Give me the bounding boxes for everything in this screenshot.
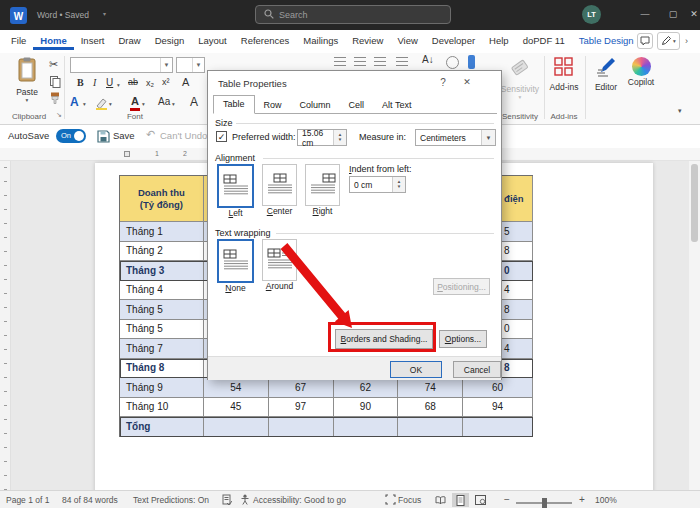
sort-icon[interactable]: A↓ (422, 55, 434, 65)
font-color-button[interactable]: A (131, 95, 139, 107)
paste-button[interactable]: Paste ▾ (8, 57, 46, 103)
save-icon[interactable] (97, 129, 110, 147)
proofing-icon[interactable] (222, 494, 232, 507)
spinner-arrows-icon[interactable]: ▲▼ (333, 130, 346, 145)
editor-button[interactable]: Editor (590, 56, 622, 92)
chevron-down-icon[interactable]: ▾ (83, 101, 86, 107)
undo-button[interactable]: Can't Undo (160, 130, 207, 141)
title-dropdown-icon[interactable]: ▾ (103, 10, 106, 17)
table-cell[interactable]: Tháng 5 (120, 300, 204, 320)
tab-review[interactable]: Review (345, 30, 390, 50)
underline-button[interactable]: U (106, 77, 113, 88)
zoom-in-button[interactable]: + (579, 494, 585, 505)
table-cell[interactable]: 94 (463, 398, 533, 418)
table-cell[interactable]: Tháng 4 (120, 281, 204, 301)
web-layout-button[interactable] (472, 493, 489, 507)
bold-button[interactable]: B (77, 77, 84, 88)
multilevel-list-icon[interactable] (374, 55, 386, 69)
maximize-button[interactable]: ▢ (666, 9, 680, 19)
tab-layout[interactable]: Layout (191, 30, 234, 50)
alignment-left-button[interactable] (217, 164, 254, 208)
wrapping-around-button[interactable] (262, 239, 297, 281)
dialog-tab-row[interactable]: Row (255, 97, 291, 114)
sensitivity-button[interactable]: Sensitivity ▾ (500, 56, 540, 100)
tab-view[interactable]: View (390, 30, 424, 50)
table-cell[interactable] (204, 417, 269, 437)
table-cell[interactable]: 74 (398, 378, 463, 398)
preferred-width-spinner[interactable]: 15.06 cm ▲▼ (297, 129, 347, 146)
tab-draw[interactable]: Draw (111, 30, 147, 50)
chevron-down-icon[interactable]: ▾ (109, 101, 112, 107)
table-cell[interactable]: Tháng 7 (120, 339, 204, 359)
text-predictions[interactable]: Text Predictions: On (133, 495, 209, 505)
dialog-tab-alt-text[interactable]: Alt Text (373, 97, 420, 114)
help-icon[interactable]: ? (436, 77, 450, 88)
word-count[interactable]: 84 of 84 words (62, 495, 118, 505)
close-button[interactable]: ✕ (687, 9, 700, 19)
table-cell[interactable]: Tháng 10 (120, 398, 204, 418)
table-cell[interactable]: Tháng 3 (120, 261, 204, 281)
table-cell[interactable]: 45 (204, 398, 269, 418)
chevron-down-icon[interactable]: ▾ (172, 101, 175, 107)
accessibility-status[interactable]: Accessibility: Good to go (253, 495, 346, 505)
zoom-out-button[interactable]: − (504, 494, 510, 505)
chevron-down-icon[interactable]: ▾ (117, 82, 120, 88)
table-cell[interactable]: 68 (398, 398, 463, 418)
dialog-tab-table[interactable]: Table (213, 95, 255, 114)
print-layout-button[interactable] (452, 493, 469, 507)
search-input[interactable]: Search (255, 5, 451, 24)
table-cell[interactable]: 54 (204, 378, 269, 398)
shading-icon[interactable] (468, 55, 475, 69)
spinner-arrows-icon[interactable]: ▲▼ (392, 177, 405, 192)
add-ins-button[interactable]: Add-ins (548, 56, 580, 92)
copilot-button[interactable]: Copilot (623, 56, 659, 87)
text-effects-button[interactable]: A (70, 95, 79, 109)
ok-button[interactable]: OK (390, 361, 442, 378)
alignment-right-button[interactable] (305, 164, 340, 206)
strikethrough-button[interactable]: ab (128, 77, 138, 87)
change-case-button[interactable]: Aa (158, 96, 170, 107)
indent-icon[interactable] (396, 55, 408, 69)
table-cell[interactable]: 67 (269, 378, 334, 398)
indent-spinner[interactable]: 0 cm ▲▼ (349, 176, 406, 193)
minimize-button[interactable]: — (638, 9, 652, 19)
table-cell[interactable]: 62 (334, 378, 399, 398)
options-button[interactable]: Options... (439, 330, 487, 348)
subscript-button[interactable]: x₂ (146, 78, 154, 88)
superscript-button[interactable]: x² (162, 77, 170, 87)
font-name-combo[interactable]: ▼ (70, 57, 173, 73)
format-painter-icon[interactable] (50, 90, 61, 108)
preferred-width-checkbox[interactable]: ✓ (216, 131, 227, 142)
scrollbar-thumb[interactable] (691, 164, 698, 242)
zoom-level[interactable]: 100% (595, 495, 617, 505)
clipboard-dialog-launcher-icon[interactable]: ↘ (56, 111, 62, 119)
tab-mailings[interactable]: Mailings (296, 30, 345, 50)
tab-help[interactable]: Help (482, 30, 516, 50)
wrapping-none-button[interactable] (217, 239, 254, 283)
focus-button[interactable]: Focus (398, 495, 421, 505)
shape-circle-icon[interactable] (446, 56, 459, 69)
tab-developer[interactable]: Developer (425, 30, 482, 50)
table-cell[interactable]: Tháng 1 (120, 222, 204, 242)
dialog-tab-column[interactable]: Column (291, 97, 340, 114)
table-cell[interactable]: 97 (269, 398, 334, 418)
autosave-toggle[interactable]: On (56, 129, 86, 143)
collapse-ribbon-chevron[interactable]: ▾ (678, 107, 682, 115)
tab-insert[interactable]: Insert (74, 30, 112, 50)
table-cell[interactable]: Tháng 8 (120, 359, 204, 379)
measure-in-select[interactable]: Centimeters ▼ (415, 129, 496, 146)
table-cell[interactable]: 60 (463, 378, 533, 398)
numbered-list-icon[interactable] (354, 55, 366, 69)
page-indicator[interactable]: Page 1 of 1 (6, 495, 49, 505)
tab-design[interactable]: Design (148, 30, 192, 50)
cut-icon[interactable]: ✂ (49, 58, 58, 71)
table-cell[interactable]: Tháng 5 (120, 320, 204, 340)
grow-font-button[interactable]: A (182, 76, 189, 88)
alignment-center-button[interactable] (262, 164, 297, 206)
chevron-down-icon[interactable]: ▾ (142, 101, 145, 107)
font-size-combo[interactable]: ▼ (176, 57, 205, 73)
dialog-close-icon[interactable]: ✕ (460, 77, 474, 87)
tab-file[interactable]: File (4, 30, 33, 50)
bullet-list-icon[interactable] (334, 55, 346, 69)
indent-marker[interactable] (124, 151, 130, 157)
